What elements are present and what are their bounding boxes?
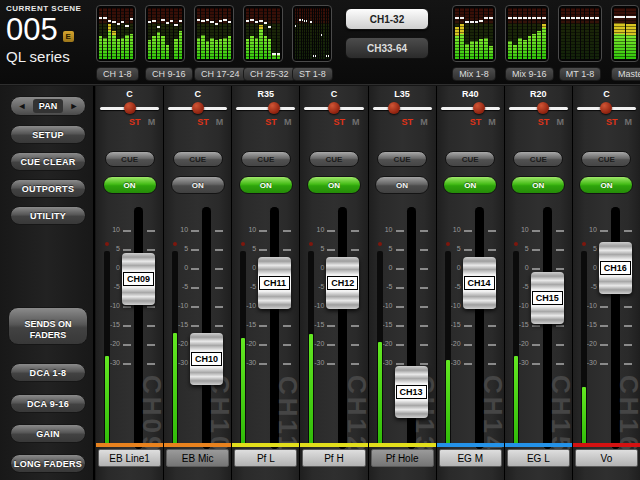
sends-on-faders-button[interactable]: SENDS ON FADERS — [8, 307, 88, 345]
pan-knob-icon[interactable] — [268, 102, 280, 114]
pan-slider[interactable] — [577, 102, 636, 114]
fader-position-marker — [528, 17, 532, 19]
pan-track — [373, 107, 432, 110]
pan-slider[interactable] — [441, 102, 500, 114]
cue-button[interactable]: CUE — [241, 151, 291, 167]
gain-button[interactable]: GAIN — [10, 424, 86, 443]
current-scene-panel[interactable]: CURRENT SCENE 005 E QL series — [6, 4, 94, 65]
pan-right-arrow-icon[interactable]: ► — [63, 97, 85, 115]
level-meter-bar — [108, 8, 111, 59]
fader-position-marker — [614, 16, 625, 18]
level-meter-bar — [174, 8, 177, 59]
channel-name[interactable]: Vo — [575, 449, 638, 467]
pan-knob-icon[interactable] — [328, 102, 340, 114]
channel-name[interactable]: EG L — [507, 449, 570, 467]
fader-position-marker — [250, 19, 253, 21]
meter-box — [558, 5, 602, 62]
fader-knob[interactable]: CH12 — [326, 257, 359, 309]
outports-button[interactable]: OUTPORTS — [10, 179, 86, 198]
level-meter-bar — [528, 8, 532, 59]
level-meter-bar — [470, 8, 474, 59]
meter-bank-button[interactable]: CH 1-8 — [96, 67, 139, 81]
dca-9-16-button[interactable]: DCA 9-16 — [10, 394, 86, 413]
long-faders-button[interactable]: LONG FADERS — [10, 454, 86, 473]
level-meter-bar — [112, 8, 115, 59]
pan-slider[interactable] — [236, 102, 295, 114]
fader-position-marker — [465, 21, 469, 23]
channel-name[interactable]: EB Mic — [166, 449, 229, 467]
fader-position-marker — [125, 25, 128, 27]
fader-knob[interactable]: CH10 — [190, 333, 223, 385]
level-meter-bar — [460, 8, 464, 59]
meter-box — [194, 5, 234, 62]
fader-knob[interactable]: CH13 — [395, 366, 428, 418]
meter-bank-button[interactable]: MT 1-8 — [559, 67, 601, 81]
pan-slider[interactable] — [373, 102, 432, 114]
on-button[interactable]: ON — [443, 176, 497, 194]
stereo-assign-label: ST — [402, 117, 414, 127]
bus-assign-indicators: STM — [538, 117, 564, 127]
on-button[interactable]: ON — [171, 176, 225, 194]
cue-button[interactable]: CUE — [581, 151, 631, 167]
bank-ch33-64-button[interactable]: CH33-64 — [345, 37, 429, 59]
meter-bank-button[interactable]: Mix 1-8 — [452, 67, 496, 81]
fader-knob[interactable]: CH15 — [531, 272, 564, 324]
pan-slider[interactable] — [304, 102, 363, 114]
pan-slider[interactable] — [100, 102, 159, 114]
dca-1-8-button[interactable]: DCA 1-8 — [10, 363, 86, 382]
meter-bank-button[interactable]: Mix 9-16 — [505, 67, 554, 81]
on-button[interactable]: ON — [103, 176, 157, 194]
on-button[interactable]: ON — [307, 176, 361, 194]
fader-knob[interactable]: CH11 — [258, 257, 291, 309]
fader-position-marker — [117, 23, 120, 25]
stereo-assign-label: ST — [470, 117, 482, 127]
meter-bank-button[interactable]: CH 17-24 — [194, 67, 247, 81]
on-button[interactable]: ON — [579, 176, 633, 194]
pan-slider[interactable] — [168, 102, 227, 114]
fader-knob[interactable]: CH16 — [599, 242, 632, 294]
meter-bank-button[interactable]: CH 9-16 — [145, 67, 193, 81]
level-meter-bar — [489, 8, 493, 59]
channel-name[interactable]: EG M — [439, 449, 502, 467]
pan-mode-label: PAN — [33, 99, 63, 113]
cue-button[interactable]: CUE — [105, 151, 155, 167]
pan-knob-icon[interactable] — [473, 102, 485, 114]
utility-button[interactable]: UTILITY — [10, 206, 86, 225]
cue-button[interactable]: CUE — [513, 151, 563, 167]
sidebar: ◄ PAN ► SETUP CUE CLEAR OUTPORTS UTILITY… — [0, 86, 95, 480]
fader-knob[interactable]: CH09 — [122, 253, 155, 305]
on-button[interactable]: ON — [239, 176, 293, 194]
cue-button[interactable]: CUE — [445, 151, 495, 167]
on-button[interactable]: ON — [511, 176, 565, 194]
pan-knob-icon[interactable] — [388, 102, 400, 114]
bank-ch1-32-button[interactable]: CH1-32 — [345, 8, 429, 30]
on-button[interactable]: ON — [375, 176, 429, 194]
meter-bank-button[interactable]: Master — [611, 67, 640, 81]
fader-position-marker — [255, 21, 258, 23]
meter-bank-button[interactable]: CH 25-32 — [243, 67, 296, 81]
pan-knob-icon[interactable] — [600, 102, 612, 114]
meter-bank-button[interactable]: ST 1-8 — [292, 67, 333, 81]
cue-button[interactable]: CUE — [309, 151, 359, 167]
peak-led — [446, 242, 450, 246]
pan-knob-icon[interactable] — [124, 102, 136, 114]
fader-knob[interactable]: CH14 — [463, 257, 496, 309]
channel-name[interactable]: EB Line1 — [98, 449, 161, 467]
channel-name[interactable]: Pf Hole — [371, 449, 434, 467]
pan-left-arrow-icon[interactable]: ◄ — [11, 97, 33, 115]
level-meter-bar — [590, 8, 594, 59]
setup-button[interactable]: SETUP — [10, 125, 86, 144]
pan-knob-icon[interactable] — [537, 102, 549, 114]
cue-button[interactable]: CUE — [173, 151, 223, 167]
level-meter-bar — [523, 8, 527, 59]
level-meter-bar — [508, 8, 512, 59]
cue-button[interactable]: CUE — [377, 151, 427, 167]
pan-knob-icon[interactable] — [192, 102, 204, 114]
pan-slider[interactable] — [509, 102, 568, 114]
bus-assign-indicators: STM — [470, 117, 496, 127]
channel-name[interactable]: Pf H — [302, 449, 365, 467]
channel-strip: C STM CUE ON 10 5 0 -5 -10 -15 -20 -30 — [573, 86, 640, 480]
cue-clear-button[interactable]: CUE CLEAR — [10, 152, 86, 171]
level-meter-bar — [166, 8, 169, 59]
channel-name[interactable]: Pf L — [234, 449, 297, 467]
